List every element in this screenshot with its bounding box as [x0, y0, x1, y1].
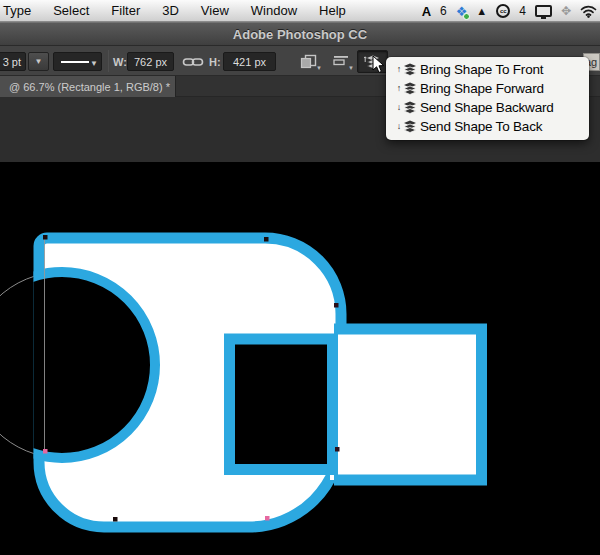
- app-title: Adobe Photoshop CC: [233, 27, 367, 42]
- layer-stack-icon: [403, 101, 417, 114]
- adobe-app-count: 6: [440, 4, 447, 18]
- shape-height-field[interactable]: 421 px: [223, 52, 276, 71]
- menubar-item-window[interactable]: Window: [240, 0, 308, 22]
- menu-item-label: Bring Shape To Front: [420, 62, 543, 77]
- menubar-items: Type Select Filter 3D View Window Help: [0, 0, 357, 22]
- link-dimensions-icon[interactable]: [182, 55, 204, 69]
- macos-menubar: Type Select Filter 3D View Window Help A…: [0, 0, 600, 22]
- photoshop-window: Type Select Filter 3D View Window Help A…: [0, 0, 600, 555]
- stroke-width-dropdown-button[interactable]: ▼: [28, 52, 49, 71]
- united-rectangle-fill: [330, 329, 487, 480]
- path-alignment-icon: [333, 54, 350, 69]
- menubar-item-view[interactable]: View: [190, 0, 240, 22]
- google-drive-icon[interactable]: ▲: [476, 5, 487, 17]
- shape-width-field[interactable]: 762 px: [127, 52, 174, 71]
- width-label: W:: [113, 56, 127, 68]
- layer-stack-icon: [403, 63, 417, 76]
- shape-layer-graphics: [0, 162, 600, 555]
- menu-item-bring-shape-to-front[interactable]: ↑ Bring Shape To Front: [386, 60, 589, 79]
- path-arrangement-menu: ↑ Bring Shape To Front ↑ Bring Shape For…: [386, 57, 589, 140]
- layer-stack-icon: [403, 120, 417, 133]
- arrow-up-icon: ↑: [395, 65, 403, 74]
- chevron-down-icon: ▼: [90, 59, 98, 68]
- path-alignment-button[interactable]: ▼: [327, 51, 355, 72]
- creative-cloud-icon[interactable]: cc: [496, 4, 510, 18]
- menu-item-label: Send Shape Backward: [420, 100, 554, 115]
- solid-stroke-swatch: [61, 61, 89, 63]
- menubar-status-icons: A 6 ❖ ▲ cc 4 ✥: [422, 0, 597, 22]
- menu-item-label: Send Shape To Back: [420, 119, 542, 134]
- arrow-down-icon: ↓: [395, 103, 403, 112]
- menu-item-send-shape-to-back[interactable]: ↓ Send Shape To Back: [386, 117, 589, 136]
- mouse-cursor: [372, 55, 385, 74]
- displays-icon[interactable]: [535, 5, 552, 17]
- subtracted-circle-shape[interactable]: [0, 272, 155, 458]
- height-label: H:: [209, 56, 221, 68]
- document-canvas[interactable]: [0, 162, 600, 555]
- options-divider: [108, 50, 109, 72]
- menubar-item-select[interactable]: Select: [42, 0, 100, 22]
- anchor-point[interactable]: [334, 303, 339, 308]
- layer-stack-icon: [403, 82, 417, 95]
- adobe-app-icon[interactable]: A: [422, 4, 431, 19]
- menubar-item-filter[interactable]: Filter: [100, 0, 151, 22]
- anchor-point[interactable]: [43, 235, 48, 240]
- menubar-item-3d[interactable]: 3D: [151, 0, 190, 22]
- menubar-item-type[interactable]: Type: [0, 0, 42, 22]
- anchor-point[interactable]: [264, 237, 269, 242]
- path-operations-button[interactable]: ▼: [295, 51, 323, 72]
- menu-item-bring-shape-forward[interactable]: ↑ Bring Shape Forward: [386, 79, 589, 98]
- app-titlebar[interactable]: Adobe Photoshop CC: [0, 22, 600, 46]
- anchor-point[interactable]: [335, 447, 340, 452]
- arrow-down-icon: ↓: [395, 122, 403, 131]
- shape-height-value: 421 px: [233, 56, 266, 68]
- stroke-width-value: 3 pt: [3, 56, 21, 68]
- menubar-item-help[interactable]: Help: [308, 0, 357, 22]
- dropbox-icon[interactable]: ❖: [456, 5, 468, 18]
- creative-cloud-count: 4: [519, 4, 526, 18]
- chevron-down-icon: ▼: [316, 65, 322, 71]
- anchor-point-selected[interactable]: [265, 516, 270, 521]
- universal-access-icon[interactable]: ✥: [561, 4, 571, 18]
- chevron-down-icon: ▼: [348, 65, 354, 71]
- stroke-style-picker[interactable]: ▼: [53, 52, 102, 71]
- subtracted-square-shape[interactable]: [230, 339, 333, 470]
- arrow-up-icon: ↑: [395, 84, 403, 93]
- menu-item-label: Bring Shape Forward: [420, 81, 544, 96]
- document-tab[interactable]: @ 66.7% (Rectangle 1, RGB/8) *: [0, 76, 176, 97]
- shape-width-value: 762 px: [134, 56, 167, 68]
- menu-item-send-shape-backward[interactable]: ↓ Send Shape Backward: [386, 98, 589, 117]
- anchor-point[interactable]: [113, 517, 118, 522]
- dropbox-synced-badge: [463, 13, 470, 20]
- anchor-point-selected[interactable]: [43, 449, 48, 454]
- wifi-icon[interactable]: [580, 5, 597, 18]
- document-tab-label: @ 66.7% (Rectangle 1, RGB/8) *: [9, 81, 170, 93]
- stroke-width-field[interactable]: 3 pt: [0, 52, 26, 71]
